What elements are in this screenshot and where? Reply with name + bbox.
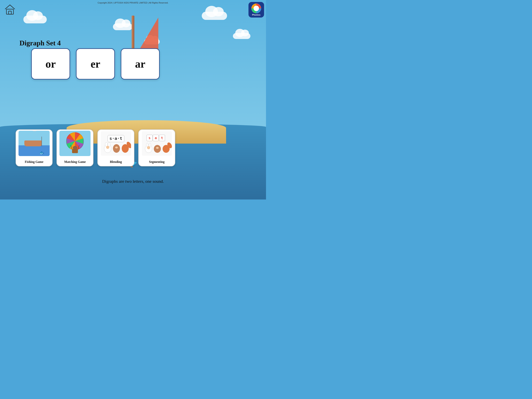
segmenting-game-label: Segmenting bbox=[149, 160, 165, 164]
copyright-text: Copyright 2024 | UPTOSIX KIDS PRIVATE LI… bbox=[98, 1, 168, 4]
svg-point-28 bbox=[156, 147, 159, 149]
svg-point-13 bbox=[123, 145, 127, 148]
fishing-line bbox=[41, 137, 42, 146]
games-row: 🐟 Fishing Game Matching Game bbox=[16, 129, 175, 166]
blending-game-card[interactable]: s·a·t Blending bbox=[97, 129, 134, 166]
svg-point-8 bbox=[106, 146, 109, 149]
digraph-text-er: er bbox=[90, 58, 100, 70]
fish-cat bbox=[31, 131, 38, 131]
phonics-logo-circle bbox=[251, 4, 261, 13]
fishing-game-image: 🐟 bbox=[16, 130, 52, 157]
fishing-scene: 🐟 bbox=[19, 131, 50, 156]
segmenting-game-image: s a t bbox=[139, 130, 175, 157]
balloon-scene bbox=[59, 131, 90, 156]
balloon-basket bbox=[72, 149, 78, 153]
svg-text:s·a·t: s·a·t bbox=[109, 136, 122, 141]
digraph-cards-container: or er ar bbox=[31, 48, 160, 79]
phonics-logo: Phonics bbox=[248, 2, 264, 18]
fishing-game-label: Fishing Game bbox=[25, 160, 44, 164]
caught-fish: 🐟 bbox=[39, 150, 44, 155]
svg-rect-0 bbox=[6, 9, 13, 14]
digraph-text-ar: ar bbox=[135, 58, 146, 70]
fishing-game-card[interactable]: 🐟 Fishing Game bbox=[16, 129, 53, 166]
blending-game-image: s·a·t bbox=[98, 130, 134, 157]
segmenting-svg: s a t bbox=[142, 131, 172, 156]
cloud-4 bbox=[233, 33, 250, 39]
phonics-logo-text: Phonics bbox=[252, 14, 260, 16]
home-icon bbox=[4, 4, 16, 16]
svg-rect-1 bbox=[9, 11, 11, 14]
page-title: Digraph Set 4 bbox=[19, 39, 61, 47]
blending-svg: s·a·t bbox=[101, 131, 131, 156]
tagline-text: Digraphs are two letters, one sound. bbox=[102, 179, 164, 184]
svg-text:s: s bbox=[148, 136, 151, 140]
digraph-text-or: or bbox=[45, 58, 56, 70]
home-button[interactable] bbox=[3, 3, 17, 17]
svg-text:a: a bbox=[155, 136, 157, 140]
cloud-1 bbox=[23, 16, 47, 23]
fish-water bbox=[19, 145, 50, 156]
fish-boat bbox=[24, 141, 42, 146]
phonics-logo-inner bbox=[253, 6, 259, 11]
blending-game-label: Blending bbox=[110, 160, 122, 164]
segmenting-game-card[interactable]: s a t Segmenting bbox=[138, 129, 175, 166]
bear-in-basket bbox=[73, 146, 77, 149]
matching-game-card[interactable]: Matching Game bbox=[57, 129, 94, 166]
svg-text:t: t bbox=[161, 136, 163, 140]
digraph-card-ar[interactable]: ar bbox=[121, 48, 160, 79]
cloud-3 bbox=[202, 12, 227, 20]
digraph-card-or[interactable]: or bbox=[31, 48, 70, 79]
digraph-card-er[interactable]: er bbox=[76, 48, 115, 79]
svg-point-25 bbox=[147, 146, 150, 149]
svg-point-30 bbox=[164, 145, 168, 149]
matching-game-image bbox=[57, 130, 93, 157]
svg-point-11 bbox=[115, 147, 118, 148]
matching-game-label: Matching Game bbox=[64, 160, 86, 164]
